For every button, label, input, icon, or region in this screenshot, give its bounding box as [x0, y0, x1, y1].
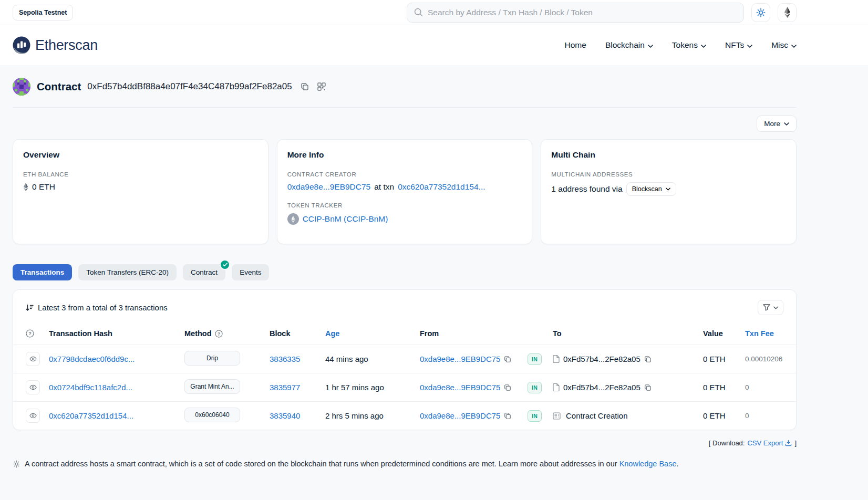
col-to: To [553, 329, 703, 338]
chevron-down-icon [747, 40, 752, 50]
etherscan-logo-icon [13, 36, 30, 54]
copy-icon[interactable] [644, 356, 652, 363]
blockscan-dropdown[interactable]: Blockscan [626, 182, 676, 196]
col-transaction-hash: Transaction Hash [49, 329, 184, 338]
age-text: 2 hrs 5 mins ago [325, 411, 420, 420]
nav-tokens[interactable]: Tokens [672, 40, 706, 50]
network-menu-button[interactable] [778, 3, 797, 22]
value-text: 0 ETH [703, 383, 745, 392]
search-icon [414, 8, 423, 17]
col-age[interactable]: Age [325, 329, 420, 338]
tab-bar: Transactions Token Transfers (ERC-20) Co… [13, 264, 797, 280]
filter-button[interactable] [758, 300, 783, 315]
footer-note: A contract address hosts a smart contrac… [13, 460, 797, 470]
more-info-card-title: More Info [287, 150, 522, 160]
value-text: 0 ETH [703, 355, 745, 363]
direction-badge: IN [528, 410, 542, 422]
copy-icon[interactable] [504, 412, 511, 420]
theme-toggle-button[interactable] [751, 3, 770, 22]
qr-code-icon[interactable] [317, 82, 326, 91]
tx-preview-button[interactable] [26, 352, 40, 366]
multichain-found-text: 1 address found via [551, 184, 622, 194]
from-address-link[interactable]: 0xda9e8e...9EB9DC75 [420, 355, 500, 363]
from-address-link[interactable]: 0xda9e8e...9EB9DC75 [420, 383, 500, 392]
svg-text:?: ? [217, 331, 220, 336]
to-address: Contract Creation [566, 411, 628, 420]
document-icon [553, 355, 560, 363]
verified-check-icon [221, 261, 229, 269]
block-link[interactable]: 3835940 [270, 411, 300, 420]
nav-nfts[interactable]: NFTs [725, 40, 752, 50]
col-block: Block [270, 329, 325, 338]
transactions-card: Latest 3 from a total of 3 transactions … [13, 289, 797, 430]
topbar: Sepolia Testnet [0, 0, 868, 25]
eth-balance-icon [23, 183, 28, 191]
col-txn-fee[interactable]: Txn Fee [745, 329, 783, 338]
multichain-addresses-label: MULTICHAIN ADDRESSES [551, 171, 786, 178]
token-tracker-link[interactable]: CCIP-BnM (CCIP-BnM) [303, 214, 388, 224]
csv-export-link[interactable]: CSV Export [747, 439, 792, 447]
page-title: Contract [37, 80, 81, 93]
tx-preview-button[interactable] [26, 409, 40, 423]
copy-icon[interactable] [504, 384, 511, 391]
txn-hash-link[interactable]: 0x7798dcdaec0f6dd9c... [49, 355, 135, 363]
creation-txn-link[interactable]: 0xc620a77352d1d154... [398, 182, 485, 192]
download-suffix: ] [794, 439, 797, 447]
sun-icon [756, 8, 766, 17]
document-icon [553, 383, 560, 391]
address-title-row: Contract 0xFd57b4ddBf88a4e07fF4e34C487b9… [13, 78, 797, 96]
summary-cards: Overview ETH BALANCE 0 ETH More Info CON… [13, 139, 797, 244]
txn-hash-link[interactable]: 0xc620a77352d1d154... [49, 411, 133, 420]
search-input[interactable] [428, 8, 737, 17]
network-badge[interactable]: Sepolia Testnet [13, 5, 73, 20]
from-address-link[interactable]: 0xda9e8e...9EB9DC75 [420, 411, 500, 420]
txn-hash-link[interactable]: 0x0724bdf9c118afc2d... [49, 383, 132, 392]
block-link[interactable]: 3835977 [270, 383, 300, 392]
col-method: Method [184, 329, 212, 338]
eth-balance-label: ETH BALANCE [23, 171, 258, 178]
download-row: [ Download: CSV Export ] [13, 439, 797, 447]
table-header-row: ? Transaction Hash Method ? Block Age Fr… [13, 322, 796, 345]
nav-blockchain[interactable]: Blockchain [605, 40, 653, 50]
more-button[interactable]: More [757, 116, 797, 132]
footer-note-suffix: . [676, 460, 678, 468]
creator-middle-text: at txn [374, 182, 394, 192]
creator-address-link[interactable]: 0xda9e8e...9EB9DC75 [287, 182, 371, 192]
txn-fee-text: 0 [745, 383, 783, 391]
tab-transactions[interactable]: Transactions [13, 264, 72, 280]
etherscan-logo[interactable]: Etherscan [13, 36, 98, 54]
help-icon: ? [215, 330, 223, 338]
nav-misc[interactable]: Misc [771, 40, 797, 50]
overview-card: Overview ETH BALANCE 0 ETH [13, 139, 268, 244]
direction-badge: IN [528, 382, 542, 393]
tab-events[interactable]: Events [232, 264, 269, 280]
copy-address-icon[interactable] [301, 82, 309, 91]
brand-name: Etherscan [35, 37, 98, 54]
search-bar[interactable] [407, 3, 744, 23]
to-address: 0xFd57b4...2Fe82a05 [563, 383, 640, 392]
tx-preview-button[interactable] [26, 380, 40, 394]
table-row: 0x7798dcdaec0f6dd9c... Drip 3836335 44 m… [13, 345, 796, 373]
chevron-down-icon [791, 40, 797, 50]
to-address: 0xFd57b4...2Fe82a05 [563, 355, 640, 363]
footer-note-text: A contract address hosts a smart contrac… [25, 460, 617, 468]
title-divider [13, 107, 797, 108]
method-badge: 0x60c06040 [184, 408, 240, 422]
knowledge-base-link[interactable]: Knowledge Base [619, 460, 677, 468]
ethereum-icon [784, 7, 791, 18]
download-prefix: [ Download: [709, 439, 745, 447]
download-icon [785, 440, 792, 446]
table-row: 0xc620a77352d1d154... 0x60c06040 3835940… [13, 401, 796, 430]
nav-home[interactable]: Home [565, 40, 586, 50]
blockies-avatar [13, 78, 30, 96]
age-text: 44 mins ago [325, 355, 420, 363]
tab-contract[interactable]: Contract [183, 264, 225, 280]
col-value: Value [703, 329, 745, 338]
copy-icon[interactable] [504, 356, 511, 363]
block-link[interactable]: 3836335 [270, 355, 300, 363]
tab-token-transfers[interactable]: Token Transfers (ERC-20) [78, 264, 177, 280]
age-text: 1 hr 57 mins ago [325, 383, 420, 392]
copy-icon[interactable] [644, 384, 652, 391]
multichain-card-title: Multi Chain [551, 150, 786, 160]
chevron-down-icon [666, 188, 670, 191]
